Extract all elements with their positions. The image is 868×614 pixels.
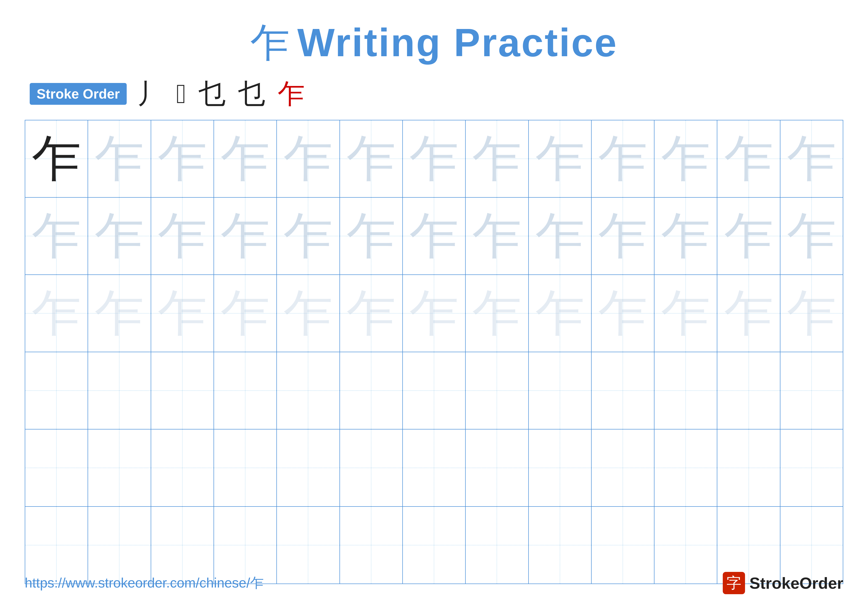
grid-cell[interactable] [88, 352, 151, 429]
grid-row-4 [25, 352, 843, 429]
grid-row-3: 乍 乍 乍 乍 乍 乍 乍 乍 乍 乍 乍 乍 乍 [25, 275, 843, 352]
grid-cell[interactable] [25, 352, 88, 429]
grid-cell[interactable]: 乍 [592, 275, 654, 352]
grid-cell[interactable]: 乍 [592, 197, 654, 274]
practice-char: 乍 [346, 289, 396, 338]
grid-cell[interactable]: 乍 [214, 275, 277, 352]
footer-logo: 字 StrokeOrder [723, 572, 843, 594]
practice-char: 乍 [95, 134, 144, 183]
grid-cell[interactable] [592, 352, 654, 429]
practice-char: 乍 [724, 289, 773, 338]
grid-cell[interactable]: 乍 [25, 120, 88, 197]
grid-cell[interactable]: 乍 [466, 197, 529, 274]
grid-cell[interactable]: 乍 [403, 120, 466, 197]
grid-cell[interactable]: 乍 [780, 197, 843, 274]
practice-char: 乍 [158, 211, 207, 261]
practice-char: 乍 [283, 289, 333, 338]
grid-cell[interactable]: 乍 [25, 197, 88, 274]
grid-cell[interactable]: 乍 [403, 197, 466, 274]
grid-cell[interactable]: 乍 [780, 120, 843, 197]
grid-cell[interactable]: 乍 [654, 275, 717, 352]
grid-cell[interactable]: 乍 [340, 120, 403, 197]
grid-cell[interactable]: 乍 [25, 275, 88, 352]
grid-cell[interactable] [25, 429, 88, 506]
grid-cell[interactable]: 乍 [151, 275, 214, 352]
grid-cell[interactable] [654, 429, 717, 506]
grid-cell[interactable] [214, 352, 277, 429]
grid-cell[interactable]: 乍 [340, 275, 403, 352]
grid-cell[interactable] [717, 352, 780, 429]
practice-char: 乍 [661, 211, 710, 261]
grid-cell[interactable]: 乍 [529, 275, 592, 352]
practice-char: 乍 [220, 211, 270, 261]
grid-cell[interactable]: 乍 [88, 120, 151, 197]
grid-cell[interactable]: 乍 [88, 197, 151, 274]
practice-char: 乍 [787, 211, 836, 261]
practice-char: 乍 [472, 211, 522, 261]
grid-cell[interactable]: 乍 [214, 197, 277, 274]
practice-char: 乍 [535, 211, 585, 261]
grid-cell[interactable]: 乍 [277, 120, 340, 197]
grid-cell[interactable]: 乍 [277, 197, 340, 274]
grid-cell[interactable] [151, 352, 214, 429]
practice-char: 乍 [598, 211, 648, 261]
grid-cell[interactable] [214, 429, 277, 506]
grid-cell[interactable] [780, 352, 843, 429]
grid-cell[interactable]: 乍 [277, 275, 340, 352]
practice-char: 乍 [724, 211, 773, 261]
grid-cell[interactable]: 乍 [780, 275, 843, 352]
grid-cell[interactable]: 乍 [151, 120, 214, 197]
grid-cell[interactable]: 乍 [717, 120, 780, 197]
practice-char: 乍 [95, 211, 144, 261]
grid-cell[interactable]: 乍 [717, 197, 780, 274]
grid-cell[interactable] [403, 429, 466, 506]
practice-char: 乍 [535, 289, 585, 338]
grid-cell[interactable] [654, 352, 717, 429]
grid-cell[interactable] [277, 429, 340, 506]
grid-cell[interactable]: 乍 [88, 275, 151, 352]
grid-cell[interactable]: 乍 [654, 120, 717, 197]
grid-cell[interactable]: 乍 [654, 197, 717, 274]
strokeorder-logo-icon: 字 [723, 572, 745, 594]
grid-cell[interactable]: 乍 [592, 120, 654, 197]
grid-cell[interactable] [780, 429, 843, 506]
practice-char: 乍 [409, 134, 459, 183]
practice-char: 乍 [724, 134, 773, 183]
grid-cell[interactable] [277, 352, 340, 429]
grid-cell[interactable]: 乍 [466, 275, 529, 352]
grid-cell[interactable] [403, 352, 466, 429]
grid-cell[interactable]: 乍 [529, 120, 592, 197]
grid-cell[interactable] [466, 352, 529, 429]
practice-char: 乍 [32, 134, 81, 183]
grid-cell[interactable] [592, 429, 654, 506]
grid-cell[interactable] [466, 429, 529, 506]
practice-char: 乍 [346, 211, 396, 261]
practice-char: 乍 [32, 289, 81, 338]
page-title: Writing Practice [297, 20, 618, 65]
grid-cell[interactable]: 乍 [340, 197, 403, 274]
stroke-1: 丿 [136, 80, 164, 107]
grid-cell[interactable] [529, 429, 592, 506]
grid-row-5 [25, 429, 843, 507]
practice-char: 乍 [409, 211, 459, 261]
footer-url[interactable]: https://www.strokeorder.com/chinese/乍 [25, 574, 264, 592]
grid-cell[interactable]: 乍 [717, 275, 780, 352]
grid-cell[interactable]: 乍 [529, 197, 592, 274]
grid-cell[interactable] [717, 429, 780, 506]
practice-char: 乍 [220, 134, 270, 183]
stroke-2: 𠄌 [176, 80, 186, 107]
stroke-5: 乍 [277, 80, 305, 107]
grid-cell[interactable]: 乍 [466, 120, 529, 197]
grid-cell[interactable] [151, 429, 214, 506]
practice-char: 乍 [409, 289, 459, 338]
grid-cell[interactable] [340, 352, 403, 429]
logo-char: 字 [727, 573, 741, 593]
grid-cell[interactable] [340, 429, 403, 506]
grid-cell[interactable] [529, 352, 592, 429]
grid-cell[interactable]: 乍 [214, 120, 277, 197]
practice-char: 乍 [787, 134, 836, 183]
grid-cell[interactable] [88, 429, 151, 506]
grid-cell[interactable]: 乍 [403, 275, 466, 352]
grid-row-1: 乍 乍 乍 乍 乍 乍 乍 乍 乍 乍 乍 乍 乍 [25, 120, 843, 197]
grid-cell[interactable]: 乍 [151, 197, 214, 274]
